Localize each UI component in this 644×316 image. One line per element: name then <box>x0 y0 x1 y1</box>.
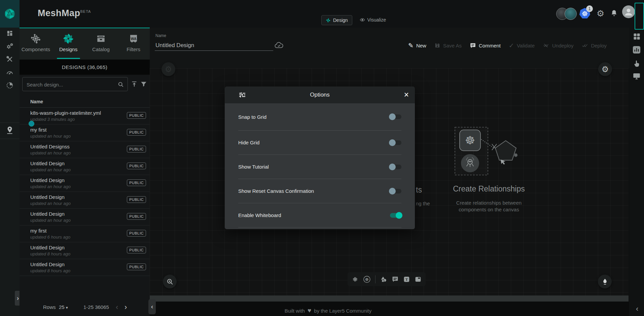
design-row[interactable]: k8s-wasm-plugin-ratelimiter.yml updated … <box>20 108 150 125</box>
toggle-knob <box>389 139 396 146</box>
rail-divider <box>0 122 20 123</box>
design-updated: updated an hour ago <box>30 201 71 206</box>
save-as-button[interactable]: Save As <box>434 42 462 48</box>
canvas-settings-button[interactable]: ⚙ <box>598 62 612 76</box>
interact-hand-icon[interactable] <box>629 59 644 68</box>
dashboard-icon[interactable] <box>0 30 20 37</box>
visibility-badge: PUBLIC <box>127 129 146 136</box>
close-icon[interactable]: × <box>404 90 409 99</box>
performance-gauge-icon[interactable] <box>0 68 20 76</box>
tab-design-label: Design <box>333 17 348 23</box>
design-row[interactable]: my first updated an hour ago PUBLIC <box>20 125 150 141</box>
media-tool-icon[interactable] <box>415 276 422 283</box>
tab-catalog[interactable]: Catalog <box>85 28 117 60</box>
metrics-chart-icon[interactable] <box>629 45 644 55</box>
k8s-context-switcher[interactable]: ☸ 1 <box>579 7 591 20</box>
filter-funnel-icon[interactable] <box>140 80 147 88</box>
next-page-button[interactable]: › <box>124 303 127 312</box>
design-row[interactable]: Untitled Design updated an hour ago PUBL… <box>20 175 150 192</box>
community-link[interactable]: by the Layer5 Community <box>314 308 371 314</box>
svg-text:☸: ☸ <box>465 134 475 147</box>
layer5-logo[interactable] <box>0 0 20 28</box>
validate-button[interactable]: ✓ Validate <box>509 42 535 49</box>
toggle-knob <box>389 188 396 195</box>
settings-gear-icon[interactable]: ⚙ <box>597 9 604 18</box>
right-drawer-collapse[interactable]: ‹ <box>636 305 638 313</box>
tab-design[interactable]: Design <box>321 15 352 25</box>
enable-whiteboard-toggle[interactable] <box>390 213 401 218</box>
visibility-badge: PUBLIC <box>127 112 146 119</box>
lamp-button[interactable] <box>598 275 612 288</box>
comment-button[interactable]: Comment <box>470 42 501 49</box>
design-name: Untitled Design <box>30 245 65 250</box>
svg-text:WA: WA <box>131 37 136 41</box>
kanvas-pin-icon[interactable] <box>0 126 20 135</box>
collaborator-avatar-2[interactable] <box>565 8 577 20</box>
save-floppy-icon <box>434 42 440 48</box>
text-tool-icon[interactable]: T <box>403 276 410 283</box>
extensions-pie-icon[interactable] <box>0 81 20 90</box>
undeploy-button[interactable]: Undeploy <box>543 42 573 48</box>
snap-to-grid-toggle[interactable] <box>390 114 401 119</box>
upload-design-icon[interactable] <box>131 80 138 88</box>
shapes-tool-icon[interactable] <box>380 275 388 283</box>
lifecycle-gears-icon[interactable] <box>0 42 20 50</box>
subtitle-line-2: components on the canvas <box>444 206 534 213</box>
options-modal-title: Options <box>225 92 415 98</box>
design-row[interactable]: my first updated 6 hours ago PUBLIC <box>20 225 150 242</box>
design-name: Untitled Design <box>30 177 65 183</box>
design-row[interactable]: Untitled Design updated an hour ago PUBL… <box>20 209 150 225</box>
design-row[interactable]: Untitled Design updated an hour ago PUBL… <box>20 192 150 209</box>
deploy-double-check-icon <box>581 42 588 48</box>
deploy-button[interactable]: Deploy <box>581 42 607 48</box>
new-button[interactable]: ✎ New <box>408 42 426 49</box>
visibility-badge: PUBLIC <box>127 230 146 237</box>
design-name: Untitled Design <box>30 211 65 217</box>
tab-components[interactable]: Components <box>20 28 52 60</box>
search-icon[interactable] <box>117 81 124 88</box>
tab-filters[interactable]: WA Filters <box>117 28 150 60</box>
design-updated: updated an hour ago <box>30 184 71 189</box>
undeploy-label: Undeploy <box>552 43 573 48</box>
tab-visualize[interactable]: Visualize <box>356 15 390 25</box>
user-avatar[interactable] <box>622 5 635 18</box>
design-row[interactable]: Untitled Design updated 8 hours ago PUBL… <box>20 259 150 276</box>
show-tutorial-toggle[interactable] <box>390 165 401 169</box>
configuration-tools-icon[interactable] <box>0 55 20 63</box>
tab-components-label: Components <box>20 46 52 52</box>
tab-filters-label: Filters <box>117 46 150 52</box>
comment-icon <box>470 42 476 49</box>
tab-designs[interactable]: Designs <box>52 28 85 60</box>
design-row[interactable]: Untitled Designss updated an hour ago PU… <box>20 141 150 158</box>
hide-grid-toggle[interactable] <box>390 140 401 145</box>
rail-divider <box>0 139 20 139</box>
design-name: my first <box>30 127 46 133</box>
option-label: Enable Whiteboard <box>238 212 281 218</box>
comment-tool-icon[interactable] <box>392 276 399 283</box>
comment-label: Comment <box>479 43 501 48</box>
zoom-button[interactable] <box>163 275 177 288</box>
chevron-left-icon: ‹ <box>151 303 153 310</box>
horizontal-scrollbar[interactable] <box>150 295 629 302</box>
widgets-grid-icon[interactable] <box>629 32 644 40</box>
components-tool-icon[interactable] <box>352 276 359 283</box>
bottom-drawer-handle[interactable]: ‹ <box>148 299 156 314</box>
kubernetes-tool-icon[interactable]: ☸ <box>363 275 371 283</box>
header: MeshMapBETA Design Visualize ☸ 1 <box>0 0 644 28</box>
design-name-label: Name <box>155 33 166 38</box>
display-monitor-icon[interactable] <box>629 72 644 80</box>
rows-per-page-select[interactable]: 25 ▾ <box>59 304 68 310</box>
design-row[interactable]: Untitled Design updated an hour ago PUBL… <box>20 158 150 175</box>
design-updated: updated 8 hours ago <box>30 268 70 273</box>
list-pagination: Rows 25 ▾ 1-25 36065 ‹ › <box>20 301 150 316</box>
notifications-bell-icon[interactable] <box>610 9 618 18</box>
canvas-k8s-gear-button[interactable]: ⚙ <box>162 62 175 76</box>
design-updated: updated 3 minutes ago <box>30 117 75 122</box>
onboarding-card-subtitle: Create relationships between components … <box>444 200 534 213</box>
design-name-input[interactable] <box>155 40 273 51</box>
eye-icon <box>360 17 365 23</box>
search-input[interactable] <box>26 78 115 91</box>
design-row[interactable]: Untitled Design updated 8 hours ago PUBL… <box>20 242 150 259</box>
show-reset-canvas-confirmation-toggle[interactable] <box>390 189 401 194</box>
prev-page-button[interactable]: ‹ <box>116 303 118 312</box>
